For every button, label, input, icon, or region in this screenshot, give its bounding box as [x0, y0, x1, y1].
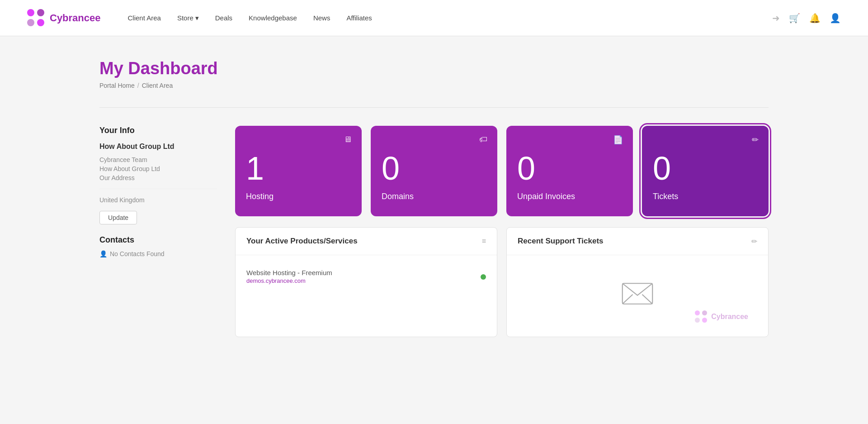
service-item: Website Hosting - Freemium demos.cybranc… [246, 264, 486, 289]
breadcrumb-home[interactable]: Portal Home [99, 82, 135, 89]
watermark-text: Cybrancee [711, 313, 748, 321]
person-icon: 👤 [99, 250, 107, 257]
watermark-logo: Cybrancee [695, 310, 748, 323]
domains-icon: 🏷 [479, 135, 487, 144]
service-name: Website Hosting - Freemium [246, 269, 332, 276]
nav-news[interactable]: News [313, 14, 330, 22]
share-icon[interactable]: ➜ [772, 13, 780, 24]
sidebar-team: Cybrancee Team [99, 156, 217, 163]
wdot-1 [695, 310, 700, 315]
page-title: My Dashboard [99, 59, 769, 78]
logo-dot-1 [27, 9, 34, 16]
wdot-2 [702, 310, 707, 315]
domains-label: Domains [382, 192, 414, 201]
tickets-empty-state: Cybrancee [518, 264, 757, 328]
active-products-body: Website Hosting - Freemium demos.cybranc… [236, 255, 497, 298]
hosting-label: Hosting [246, 192, 274, 201]
invoices-icon: 📄 [613, 135, 623, 145]
service-link[interactable]: demos.cybrancee.com [246, 277, 306, 284]
main-area: 🖥 1 Hosting 🏷 0 Domains 📄 0 Unpaid Invoi… [235, 126, 769, 337]
invoices-count: 0 [517, 152, 535, 185]
tickets-panel-icon: ✏ [751, 237, 757, 246]
tickets-count: 0 [653, 152, 671, 185]
breadcrumb-current: Client Area [142, 82, 173, 89]
nav-links: Client Area Store ▾ Deals Knowledgebase … [128, 14, 772, 22]
navbar: Cybrancee Client Area Store ▾ Deals Know… [0, 0, 868, 36]
dashboard-grid: Your Info How About Group Ltd Cybrancee … [99, 126, 769, 337]
breadcrumb: Portal Home / Client Area [99, 82, 769, 89]
active-products-panel: Your Active Products/Services ≡ Website … [235, 227, 497, 337]
active-products-header: Your Active Products/Services ≡ [236, 228, 497, 255]
recent-tickets-panel: Recent Support Tickets ✏ [506, 227, 769, 337]
contact-no-contacts: 👤 No Contacts Found [99, 250, 217, 257]
active-products-title: Your Active Products/Services [246, 237, 358, 246]
hosting-icon: 🖥 [344, 135, 352, 144]
sidebar-country: United Kingdom [99, 196, 217, 204]
sidebar-address: Our Address [99, 174, 217, 181]
svg-line-1 [623, 295, 633, 304]
notification-icon[interactable]: 🔔 [809, 13, 821, 24]
contacts-title: Contacts [99, 235, 217, 245]
stat-card-hosting[interactable]: 🖥 1 Hosting [235, 126, 362, 216]
recent-tickets-header: Recent Support Tickets ✏ [507, 228, 768, 255]
sidebar-company: How About Group Ltd [99, 143, 217, 151]
stat-card-unpaid-invoices[interactable]: 📄 0 Unpaid Invoices [506, 126, 633, 216]
nav-deals[interactable]: Deals [215, 14, 232, 22]
update-button[interactable]: Update [99, 211, 137, 224]
nav-affiliates[interactable]: Affiliates [346, 14, 372, 22]
dropdown-chevron-icon: ▾ [195, 14, 199, 22]
tickets-label: Tickets [653, 192, 678, 201]
sidebar: Your Info How About Group Ltd Cybrancee … [99, 126, 217, 337]
service-status-active [481, 274, 486, 280]
hosting-count: 1 [246, 152, 264, 185]
cart-icon[interactable]: 🛒 [789, 13, 800, 24]
watermark-dots [695, 310, 708, 323]
envelope-icon [622, 282, 653, 305]
brand-logo[interactable]: Cybrancee [27, 9, 101, 27]
service-info: Website Hosting - Freemium demos.cybranc… [246, 269, 332, 285]
wdot-4 [702, 318, 707, 323]
wdot-3 [695, 318, 700, 323]
products-panel-icon: ≡ [482, 237, 486, 245]
svg-line-2 [642, 295, 653, 304]
nav-knowledgebase[interactable]: Knowledgebase [249, 14, 297, 22]
page-content: My Dashboard Portal Home / Client Area Y… [72, 36, 796, 360]
brand-name: Cybrancee [50, 12, 101, 24]
tickets-icon: ✏ [752, 135, 759, 145]
stat-card-tickets[interactable]: ✏ 0 Tickets [642, 126, 769, 216]
nav-client-area[interactable]: Client Area [128, 14, 161, 22]
recent-tickets-title: Recent Support Tickets [518, 237, 604, 246]
logo-dot-2 [37, 9, 44, 16]
domains-count: 0 [382, 152, 400, 185]
invoices-label: Unpaid Invoices [517, 192, 575, 201]
bottom-panels: Your Active Products/Services ≡ Website … [235, 227, 769, 337]
sidebar-divider-1 [99, 189, 217, 189]
breadcrumb-separator: / [137, 82, 139, 89]
nav-store[interactable]: Store ▾ [177, 14, 199, 22]
stats-cards: 🖥 1 Hosting 🏷 0 Domains 📄 0 Unpaid Invoi… [235, 126, 769, 216]
stat-card-domains[interactable]: 🏷 0 Domains [371, 126, 497, 216]
your-info-title: Your Info [99, 126, 217, 135]
logo-dot-3 [27, 19, 34, 26]
user-icon[interactable]: 👤 [830, 13, 841, 24]
nav-user-icons: ➜ 🛒 🔔 👤 [772, 13, 841, 24]
recent-tickets-body: Cybrancee [507, 255, 768, 337]
page-divider [99, 107, 769, 108]
sidebar-company2: How About Group Ltd [99, 165, 217, 172]
logo-dots [27, 9, 45, 27]
logo-dot-4 [37, 19, 44, 26]
